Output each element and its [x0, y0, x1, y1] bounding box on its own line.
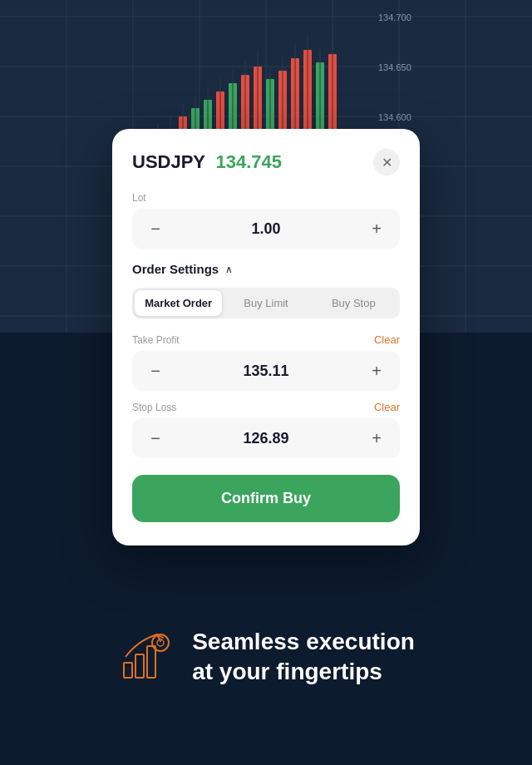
currency-pair-label: USDJPY — [132, 151, 205, 172]
lot-plus-button[interactable]: + — [365, 217, 388, 240]
stop-loss-plus-button[interactable]: + — [365, 427, 388, 450]
trade-modal: USDJPY 134.745 ✕ Lot − 1.00 + Order Sett… — [112, 129, 420, 545]
lot-label: Lot — [132, 192, 400, 204]
tagline-line2: at your fingertips — [192, 659, 382, 684]
take-profit-label: Take Profit — [132, 334, 180, 346]
currency-pair-title: USDJPY 134.745 — [132, 151, 282, 173]
close-button[interactable]: ✕ — [373, 149, 400, 175]
svg-text:134.600: 134.600 — [378, 112, 411, 122]
stop-loss-input-row: − 126.89 + — [132, 418, 400, 458]
stop-loss-clear-button[interactable]: Clear — [374, 401, 400, 413]
lot-section: Lot − 1.00 + — [132, 192, 400, 249]
modal-header: USDJPY 134.745 ✕ — [132, 149, 400, 175]
bottom-section: Seamless execution at your fingertips — [0, 549, 532, 765]
order-type-tabs: Market Order Buy Limit Buy Stop — [132, 288, 400, 318]
lot-value: 1.00 — [167, 220, 365, 238]
tab-buy-limit[interactable]: Buy Limit — [222, 290, 309, 316]
svg-rect-53 — [147, 646, 155, 678]
take-profit-value: 135.11 — [167, 363, 365, 380]
stop-loss-value: 126.89 — [167, 430, 365, 447]
tagline-line1: Seamless execution — [192, 629, 415, 654]
current-price: 134.745 — [216, 151, 283, 172]
stop-loss-section: Stop Loss Clear − 126.89 + — [132, 401, 400, 458]
take-profit-section: Take Profit Clear − 135.11 + — [132, 333, 400, 391]
confirm-buy-button[interactable]: Confirm Buy — [132, 475, 400, 522]
stop-loss-minus-button[interactable]: − — [144, 427, 167, 450]
tab-market-order[interactable]: Market Order — [135, 290, 222, 316]
svg-text:134.700: 134.700 — [378, 12, 411, 22]
tab-buy-stop[interactable]: Buy Stop — [310, 290, 397, 316]
svg-rect-52 — [135, 654, 144, 678]
lot-minus-button[interactable]: − — [144, 217, 167, 240]
take-profit-clear-button[interactable]: Clear — [374, 333, 400, 346]
svg-text:134.650: 134.650 — [378, 62, 411, 72]
tagline-text: Seamless execution at your fingertips — [192, 627, 415, 688]
stop-loss-header: Stop Loss Clear — [132, 401, 400, 413]
order-settings-header[interactable]: Order Settings ∧ — [132, 262, 400, 276]
take-profit-header: Take Profit Clear — [132, 333, 400, 346]
stop-loss-label: Stop Loss — [132, 402, 176, 413]
order-settings-chevron: ∧ — [225, 264, 233, 275]
lot-input-row: − 1.00 + — [132, 209, 400, 249]
chart-icon — [117, 628, 175, 686]
take-profit-minus-button[interactable]: − — [144, 359, 167, 382]
svg-rect-51 — [124, 663, 132, 678]
order-settings-label: Order Settings — [132, 262, 219, 276]
take-profit-plus-button[interactable]: + — [365, 359, 388, 382]
take-profit-input-row: − 135.11 + — [132, 351, 400, 391]
tagline-container: Seamless execution at your fingertips — [84, 627, 448, 688]
